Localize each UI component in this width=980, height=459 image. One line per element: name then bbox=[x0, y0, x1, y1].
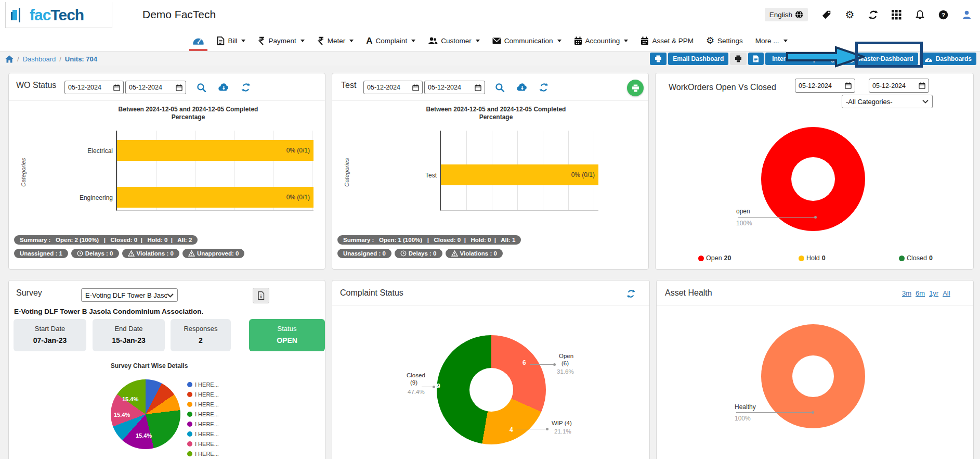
nav-label: Customer bbox=[441, 37, 472, 45]
pie-slice-label: 15.4% bbox=[136, 432, 152, 439]
stat-label: End Date bbox=[93, 325, 165, 333]
nav-bill[interactable]: Bill bbox=[217, 30, 245, 51]
breadcrumb-dashboard-link[interactable]: Dashboard bbox=[23, 55, 56, 63]
clock-icon bbox=[400, 250, 407, 257]
workorders-date-from-value: 05-12-2024 bbox=[799, 82, 832, 90]
wo-summary-pill: Summary : Open: 2 (100%) | Closed: 0 | H… bbox=[14, 235, 198, 245]
help-icon[interactable]: ? bbox=[938, 10, 948, 20]
nav-communication[interactable]: Communication bbox=[492, 30, 561, 51]
interactive-reporting-button[interactable]: Interactive Reporting bbox=[765, 53, 841, 65]
bar-electrical[interactable]: 0% (0/1) bbox=[117, 140, 313, 161]
bar-label: 0% (0/1) bbox=[571, 171, 595, 178]
dashboards-button[interactable]: Dashboards bbox=[920, 53, 976, 65]
nav-label: Accounting bbox=[585, 37, 620, 45]
nav-label: More ... bbox=[755, 37, 779, 45]
print-button[interactable] bbox=[650, 53, 667, 65]
cloud-download-icon[interactable] bbox=[218, 83, 228, 93]
nav-complaint[interactable]: A Complaint bbox=[366, 30, 415, 51]
bar-test[interactable]: 0% (0/1) bbox=[441, 164, 598, 185]
survey-name: E-Voting DLF Tower B Jasola Condominium … bbox=[14, 308, 203, 315]
workorders-donut-chart[interactable] bbox=[761, 127, 865, 231]
survey-pie-chart[interactable]: 15.4% 15.4% 15.4% bbox=[111, 379, 180, 449]
language-selector[interactable]: English bbox=[765, 8, 808, 21]
home-icon[interactable] bbox=[5, 55, 14, 63]
cloud-download-icon[interactable] bbox=[517, 83, 527, 93]
test-date-from-input[interactable]: 05-12-2024 bbox=[363, 81, 423, 94]
connector-open bbox=[530, 364, 555, 365]
gear-icon[interactable]: ⚙ bbox=[845, 10, 855, 20]
test-badges: Unassigned : 0 Delays : 0 Violations : 0 bbox=[337, 249, 503, 258]
search-icon[interactable] bbox=[495, 83, 505, 93]
print-dashboard-fab[interactable] bbox=[627, 80, 644, 96]
tag-icon[interactable] bbox=[821, 10, 831, 20]
calendar-icon bbox=[412, 84, 419, 91]
chevron-down-icon bbox=[624, 40, 628, 42]
file-icon bbox=[753, 55, 759, 62]
range-1yr[interactable]: 1yr bbox=[929, 289, 938, 297]
gear-icon: ⚙ bbox=[706, 35, 714, 46]
range-3m[interactable]: 3m bbox=[902, 289, 911, 297]
slice-value-open: 6 bbox=[522, 359, 526, 366]
legend-label: Hold bbox=[806, 254, 820, 262]
nav-asset-ppm[interactable]: Asset & PPM bbox=[641, 30, 694, 51]
chevron-down-icon bbox=[476, 40, 480, 42]
complaint-wip-pct: 21.1% bbox=[554, 428, 571, 435]
refresh-icon[interactable] bbox=[539, 83, 549, 93]
refresh-icon[interactable] bbox=[241, 83, 251, 93]
refresh-icon[interactable] bbox=[626, 289, 636, 299]
range-6m[interactable]: 6m bbox=[916, 289, 925, 297]
nav-settings[interactable]: ⚙ Settings bbox=[706, 30, 743, 51]
nav-meter[interactable]: Meter bbox=[317, 30, 354, 51]
globe-icon bbox=[795, 10, 803, 19]
pie-slice-label: 15.4% bbox=[114, 412, 130, 418]
sync-icon[interactable] bbox=[868, 10, 878, 20]
category-filter-select[interactable]: -All Categories- bbox=[842, 95, 933, 108]
bill-icon bbox=[217, 36, 225, 45]
wo-date-from-input[interactable]: 05-12-2024 bbox=[64, 81, 124, 94]
legend-open[interactable]: Open 20 bbox=[698, 254, 731, 262]
complaint-status-title: Complaint Status bbox=[340, 288, 403, 298]
bell-icon[interactable] bbox=[915, 10, 925, 20]
master-dashboard-button[interactable]: Master-Dashboard bbox=[843, 53, 918, 65]
legend-closed[interactable]: Closed 0 bbox=[899, 254, 933, 262]
survey-card: Survey E-Voting DLF Tower B Jasola x̄ E-… bbox=[8, 280, 325, 459]
wo-bar-chart: 0% (0/1) 0% (0/1) bbox=[116, 131, 313, 211]
print-gray-button[interactable] bbox=[730, 53, 747, 65]
survey-select[interactable]: E-Voting DLF Tower B Jasola bbox=[81, 288, 178, 302]
legend-hold[interactable]: Hold 0 bbox=[799, 254, 826, 262]
chevron-down-icon bbox=[167, 293, 174, 298]
range-all[interactable]: All bbox=[943, 289, 950, 297]
calendar-icon bbox=[574, 36, 582, 45]
nav-payment[interactable]: Payment bbox=[258, 30, 304, 51]
apps-grid-icon[interactable] bbox=[892, 10, 901, 20]
nav-dashboard[interactable] bbox=[192, 30, 204, 51]
asset-health-title: Asset Health bbox=[665, 288, 712, 298]
legend-item: I HERE... bbox=[187, 441, 219, 447]
email-dashboard-button[interactable]: Email Dashboard bbox=[668, 53, 728, 65]
test-date-to-input[interactable]: 05-12-2024 bbox=[424, 81, 485, 94]
export-doc-button[interactable] bbox=[748, 53, 764, 65]
nav-customer[interactable]: Customer bbox=[428, 30, 480, 51]
workorders-date-from-input[interactable]: 05-12-2024 bbox=[795, 79, 855, 93]
nav-label: Meter bbox=[328, 37, 346, 45]
language-label: English bbox=[769, 11, 792, 19]
nav-label: Payment bbox=[268, 37, 296, 45]
nav-more[interactable]: More ... bbox=[755, 30, 788, 51]
complaint-donut-chart[interactable] bbox=[437, 335, 546, 444]
logo-text-tech: Tech bbox=[50, 6, 84, 23]
workorders-date-to-input[interactable]: 05-12-2024 bbox=[869, 79, 929, 93]
stat-label: Start Date bbox=[14, 325, 86, 333]
nav-accounting[interactable]: Accounting bbox=[574, 30, 629, 51]
wo-date-to-input[interactable]: 05-12-2024 bbox=[125, 81, 186, 94]
factech-logo[interactable]: facTech bbox=[5, 2, 112, 28]
workorders-card: WorkOrders Open Vs Closed 05-12-2024 05-… bbox=[655, 73, 974, 270]
test-title: Test bbox=[341, 81, 356, 90]
user-icon[interactable] bbox=[962, 10, 972, 20]
nav-label: Communication bbox=[504, 37, 553, 45]
export-excel-button[interactable]: x̄ bbox=[253, 288, 269, 303]
breadcrumb-bar: / Dashboard / Units: 704 Email Dashboard… bbox=[0, 51, 980, 66]
search-icon[interactable] bbox=[197, 83, 206, 93]
wo-status-title: WO Status bbox=[16, 81, 56, 90]
bar-engineering[interactable]: 0% (0/1) bbox=[117, 187, 313, 208]
pie-slice-label: 15.4% bbox=[122, 396, 138, 402]
